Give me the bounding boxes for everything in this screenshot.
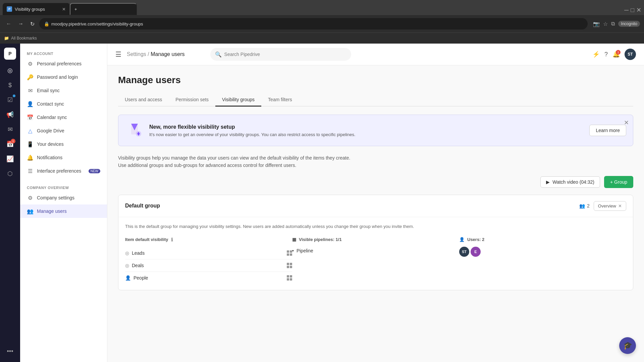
banner-illustration <box>125 121 144 140</box>
bell-button[interactable]: 🔔 1 <box>612 51 620 58</box>
notification-count: 1 <box>616 50 621 55</box>
settings-sidebar: MY ACCOUNT ⚙ Personal preferences 🔑 Pass… <box>20 44 107 362</box>
sidebar-item-calendar-sync[interactable]: 📅 Calendar sync <box>20 111 107 124</box>
sidebar-item-contact-sync[interactable]: 👤 Contact sync <box>20 97 107 111</box>
search-bar[interactable]: 🔍 <box>210 48 351 61</box>
sidebar-item-your-devices[interactable]: 📱 Your devices <box>20 137 107 151</box>
top-bar-actions: ⚡ ? 🔔 1 ST <box>592 49 636 60</box>
pipeline-icon: ▦ <box>292 237 296 242</box>
nav-products[interactable]: ⬡ <box>3 167 17 180</box>
app-container: P ◎ $ ☑ 📢 ✉ 📅 1 📈 ⬡ ••• <box>0 44 644 362</box>
calendar-badge: 1 <box>11 139 15 143</box>
item-visibility-label: Item default visibility <box>125 237 168 242</box>
url-text: moodjoy.pipedrive.com/settings/visibilit… <box>51 21 143 26</box>
deals-icon: $ <box>8 82 12 89</box>
users-count-display: 👥 2 <box>579 203 590 208</box>
default-group-card: Default group 👥 2 Overview ✕ This is the <box>118 195 633 290</box>
search-input[interactable] <box>224 52 346 57</box>
sidebar-item-password-login[interactable]: 🔑 Password and login <box>20 70 107 84</box>
info-icon[interactable]: ℹ <box>171 237 173 242</box>
leads-label: Leads <box>132 250 145 256</box>
leads-visibility-item: ◎ Leads <box>125 247 292 259</box>
calendar-sync-icon: 📅 <box>27 114 34 121</box>
sidebar-item-email-sync[interactable]: ✉ Email sync <box>20 84 107 97</box>
tab-permission-sets[interactable]: Permission sets <box>169 94 215 107</box>
graduation-cap-icon: 🎓 <box>623 341 632 350</box>
nav-email[interactable]: ✉ <box>3 123 17 136</box>
deals-item-icon: ◎ <box>125 263 129 268</box>
pipeline-item: Pipeline <box>292 247 459 255</box>
user-avatar[interactable]: ST <box>625 49 636 60</box>
sidebar-toggle-button[interactable]: ☰ <box>115 50 121 58</box>
avatar-e-initials: E <box>474 250 477 254</box>
email-sync-label: Email sync <box>37 88 60 93</box>
help-button[interactable]: ? <box>604 51 608 58</box>
support-fab-button[interactable]: 🎓 <box>619 337 636 354</box>
nav-calendar[interactable]: 📅 1 <box>3 137 17 151</box>
company-settings-label: Company settings <box>37 195 74 200</box>
sidebar-item-google-drive[interactable]: △ Google Drive <box>20 124 107 137</box>
close-window-button[interactable]: ✕ <box>636 6 641 14</box>
camera-icon[interactable]: 📷 <box>593 21 600 27</box>
user-avatar-st[interactable]: ST <box>459 247 469 257</box>
group-name: Default group <box>125 203 160 209</box>
deals-grid-icon[interactable] <box>287 263 292 268</box>
star-icon[interactable]: ☆ <box>603 21 608 27</box>
nav-deals[interactable]: $ <box>3 78 17 92</box>
nav-more[interactable]: ••• <box>3 345 17 358</box>
breadcrumb-parent: Settings <box>127 51 146 57</box>
sidebar-item-personal-preferences[interactable]: ⚙ Personal preferences <box>20 57 107 70</box>
refresh-button[interactable]: ↻ <box>28 19 37 28</box>
sidebar-item-interface-preferences[interactable]: ☰ Interface preferences NEW <box>20 164 107 178</box>
watch-video-button[interactable]: ▶ Watch video (04:32) <box>540 176 600 188</box>
google-drive-label: Google Drive <box>37 128 64 133</box>
bookmarks-bar: 📁 All Bookmarks <box>0 33 644 43</box>
browser-tab-bar: P Visibility groups ✕ + ─ □ ✕ <box>0 0 644 15</box>
nav-activities[interactable]: ☑ <box>3 93 17 107</box>
tab-users-access[interactable]: Users and access <box>118 94 169 107</box>
user-avatar-e[interactable]: E <box>471 247 481 257</box>
notifications-button[interactable]: ⚡ <box>592 51 600 58</box>
manage-users-icon: 👥 <box>27 208 34 215</box>
back-button[interactable]: ← <box>4 19 13 28</box>
users-title-label: Users: 2 <box>467 237 484 242</box>
tab-close-button[interactable]: ✕ <box>62 7 66 12</box>
avatar-st-initials: ST <box>462 250 467 254</box>
calendar-sync-label: Calendar sync <box>37 115 67 120</box>
tabs-bar: Users and access Permission sets Visibil… <box>118 94 633 107</box>
pipedrive-logo[interactable]: P <box>4 48 16 60</box>
password-icon: 🔑 <box>27 74 34 80</box>
sidebar-item-company-settings[interactable]: ⚙ Company settings <box>20 191 107 204</box>
group-header-right: 👥 2 Overview ✕ <box>579 201 626 211</box>
sidebar-item-manage-users[interactable]: 👥 Manage users <box>20 204 107 218</box>
minimize-button[interactable]: ─ <box>624 7 629 14</box>
forward-button[interactable]: → <box>16 19 25 28</box>
overview-close-icon[interactable]: ✕ <box>618 203 622 208</box>
new-tab-button[interactable]: + <box>70 3 137 15</box>
tab-visibility-groups[interactable]: Visibility groups <box>215 94 261 107</box>
leads-icon: ◎ <box>125 250 129 256</box>
address-bar[interactable]: 🔒 moodjoy.pipedrive.com/settings/visibil… <box>39 18 588 29</box>
company-overview-section-label: COMPANY OVERVIEW <box>20 183 107 191</box>
leads-grid-icon[interactable] <box>287 250 292 256</box>
tab-favicon: P <box>7 6 12 12</box>
learn-more-button[interactable]: Learn more <box>589 125 626 136</box>
people-item: 👤 People <box>125 275 148 281</box>
add-group-button[interactable]: + Group <box>604 176 633 188</box>
active-tab[interactable]: P Visibility groups ✕ <box>3 3 70 15</box>
extensions-icon[interactable]: ⧉ <box>611 21 615 27</box>
nav-reports[interactable]: 📈 <box>3 152 17 166</box>
people-grid-icon[interactable] <box>287 275 292 281</box>
maximize-button[interactable]: □ <box>631 7 634 14</box>
users-section-title: 👤 Users: 2 <box>459 237 626 242</box>
browser-action-buttons: 📷 ☆ ⧉ Incognito <box>590 21 640 27</box>
notifications-icon: 🔔 <box>27 154 34 161</box>
nav-messages[interactable]: 📢 <box>3 108 17 121</box>
overview-badge-button[interactable]: Overview ✕ <box>594 201 626 211</box>
tab-team-filters[interactable]: Team filters <box>261 94 299 107</box>
sidebar-item-notifications[interactable]: 🔔 Notifications <box>20 151 107 164</box>
banner-close-button[interactable]: ✕ <box>624 119 629 126</box>
your-devices-label: Your devices <box>37 141 64 147</box>
nav-home[interactable]: ◎ <box>3 64 17 77</box>
watch-video-label: Watch video (04:32) <box>552 179 594 185</box>
